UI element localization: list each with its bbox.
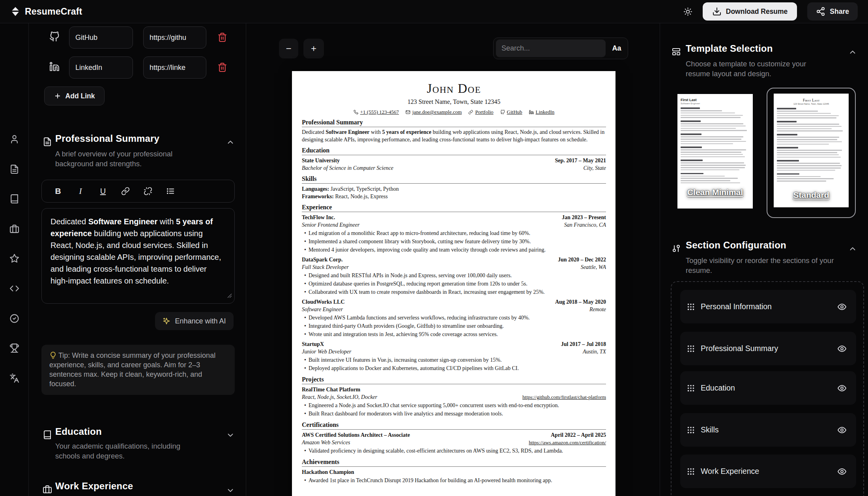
rail-trophy-icon[interactable] (9, 343, 19, 355)
link-url-input[interactable] (143, 56, 206, 79)
enhance-with-ai-button[interactable]: Enhance with AI (155, 312, 234, 330)
chevron-down-icon[interactable] (226, 431, 235, 441)
section-config-card[interactable]: Work Experience (680, 455, 856, 488)
rail-book-icon[interactable] (9, 194, 19, 205)
resume-entry: AWS Certified Solutions Architect – Asso… (302, 431, 606, 455)
section-config-card[interactable]: Professional Summary (680, 332, 856, 365)
resume-bullet: Integrated third-party OAuth providers (… (302, 322, 606, 330)
resize-grip-icon[interactable] (227, 289, 232, 301)
mail-icon (406, 110, 410, 115)
resume-page: John Doe123 Street Name, Town, State 123… (292, 71, 615, 496)
resume-bullet: Collaborated with UX team to create resp… (302, 288, 606, 296)
app-root: ResumeCraft Download Resume Share Add Li… (0, 0, 868, 496)
drag-handle-icon[interactable] (687, 384, 695, 393)
drag-handle-icon[interactable] (687, 344, 695, 353)
phone-icon (354, 110, 358, 115)
resume-bullet: Deployed applications to Docker and Kube… (302, 364, 606, 372)
rail-briefcase-icon[interactable] (9, 224, 19, 235)
app-header: ResumeCraft Download Resume Share (0, 0, 868, 23)
section-config-card[interactable]: Education (680, 371, 856, 405)
list-button[interactable] (165, 185, 176, 197)
italic-button[interactable]: I (75, 185, 86, 197)
delete-link-button[interactable] (217, 62, 227, 73)
rail-code-icon[interactable] (9, 284, 19, 295)
visibility-eye-button[interactable] (837, 467, 847, 476)
resume-contact-phone[interactable]: +1 (555) 123-4567 (354, 109, 399, 115)
linkedin-icon (49, 62, 60, 73)
rail-badge-check-icon[interactable] (9, 314, 19, 325)
briefcase-icon (43, 485, 52, 496)
resume-section-heading: Certifications (302, 421, 606, 430)
editor-panel: Add Link Professional Summary A brief ov… (29, 23, 246, 496)
resume-section: ExperienceTechFlow Inc.Jan 2023 – Presen… (302, 204, 606, 372)
template-standard[interactable]: First Last123 Street Name, Town, State 1… (774, 94, 849, 207)
link-url-input[interactable] (143, 26, 206, 49)
underline-button[interactable]: U (97, 185, 109, 197)
github-icon (500, 110, 505, 115)
resume-entry: TechFlow Inc.Jan 2023 – PresentSenior Fr… (302, 214, 606, 254)
rail-user-icon[interactable] (9, 134, 19, 146)
resume-link[interactable]: https://github.com/firstlast/chat-platfo… (522, 393, 606, 401)
resume-contact-linkedin[interactable]: LinkedIn (529, 109, 555, 115)
trash-icon (217, 62, 227, 72)
summary-section-title: Professional Summary (55, 133, 159, 144)
template-label: Clean Minimal (677, 187, 753, 197)
resume-link[interactable]: https://aws.amazon.com/certification/ (529, 439, 606, 446)
visibility-eye-button[interactable] (837, 344, 847, 353)
match-case-button[interactable]: Aa (606, 38, 628, 59)
resume-bullet: Wrote unit and integration tests in Jest… (302, 330, 606, 338)
link-row (29, 56, 246, 79)
bold-button[interactable]: B (52, 185, 64, 197)
download-icon (712, 7, 722, 16)
link-platform-input[interactable] (69, 26, 133, 49)
search-input[interactable] (496, 39, 606, 57)
theme-toggle-sun-icon[interactable] (683, 7, 692, 16)
richtext-toolbar: BIU (41, 180, 235, 203)
download-resume-label: Download Resume (726, 8, 788, 16)
resume-bullet: Led migration of a monolithic React app … (302, 229, 606, 237)
template-label: Standard (774, 190, 849, 200)
preview-area: − + Aa John Doe123 Street Name, Town, St… (246, 23, 660, 496)
lightbulb-icon (49, 351, 57, 359)
chevron-up-icon[interactable] (848, 48, 857, 58)
add-link-label: Add Link (65, 92, 95, 100)
chevron-up-icon[interactable] (226, 138, 235, 148)
drag-handle-icon[interactable] (687, 426, 695, 434)
zoom-in-button[interactable]: + (303, 39, 324, 58)
add-link-button[interactable]: Add Link (44, 86, 105, 105)
rail-star-icon[interactable] (9, 254, 19, 265)
resume-bullet: Developed AWS Lambda functions and serve… (302, 314, 606, 322)
visibility-eye-button[interactable] (837, 302, 847, 312)
link-button[interactable] (120, 185, 131, 197)
template-clean-minimal[interactable]: First LastSoftware EngineerClean Minimal (677, 94, 753, 209)
resume-contact-link[interactable]: Portfolio (468, 109, 493, 115)
resume-section-heading: Professional Summary (302, 119, 606, 127)
chevron-down-icon[interactable] (226, 486, 235, 496)
chevron-up-icon[interactable] (848, 244, 857, 255)
visibility-eye-button[interactable] (837, 383, 847, 393)
rail-file-text-icon[interactable] (9, 164, 19, 176)
rail-languages-icon[interactable] (9, 373, 19, 385)
drag-handle-icon[interactable] (687, 302, 695, 311)
section-config-card[interactable]: Personal Information (680, 290, 856, 323)
link-platform-input[interactable] (69, 56, 133, 79)
resume-entry: StartupXJul 2017 – Jul 2018Junior Web De… (302, 340, 606, 372)
delete-link-button[interactable] (217, 32, 227, 43)
section-config-list: Personal InformationProfessional Summary… (671, 281, 864, 496)
resume-section-heading: Skills (302, 175, 606, 184)
work-section-title: Work Experience (55, 481, 133, 492)
section-config-label: Personal Information (701, 302, 772, 311)
resume-contact-mail[interactable]: jane.doe@example.com (406, 109, 462, 115)
section-config-label: Work Experience (701, 467, 759, 476)
summary-textarea[interactable]: Dedicated Software Engineer with 5 years… (41, 208, 235, 304)
section-config-card[interactable]: Skills (680, 413, 856, 447)
zoom-out-button[interactable]: − (279, 39, 298, 58)
download-resume-button[interactable]: Download Resume (703, 2, 797, 21)
template-standard-selected-frame[interactable]: First Last123 Street Name, Town, State 1… (767, 88, 856, 218)
unlink-button[interactable] (142, 185, 154, 197)
drag-handle-icon[interactable] (687, 467, 695, 476)
resume-contact-row: +1 (555) 123-4567jane.doe@example.comPor… (302, 109, 606, 115)
visibility-eye-button[interactable] (837, 425, 847, 435)
resume-contact-github[interactable]: GitHub (500, 109, 522, 115)
share-button[interactable]: Share (807, 2, 858, 21)
